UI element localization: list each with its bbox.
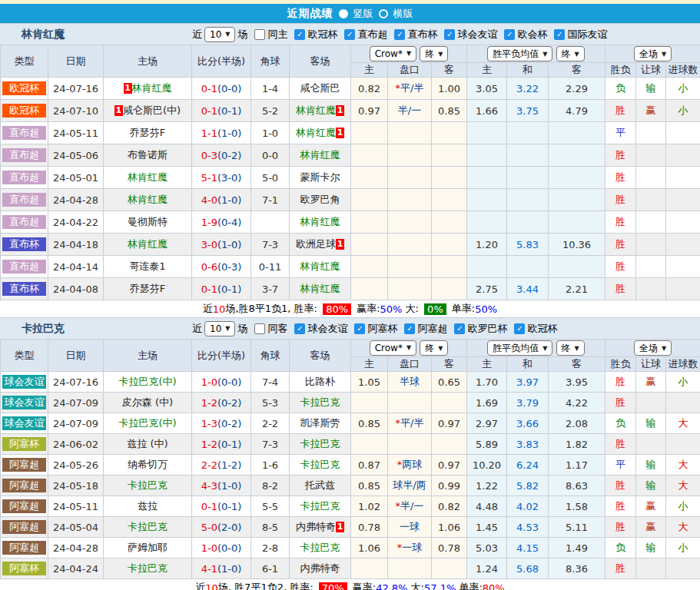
half-time-score: (3-0) [217, 172, 241, 184]
avg-home [467, 211, 507, 234]
handicap-result-cell [636, 278, 666, 300]
avg-draw: 5.68 [507, 559, 549, 579]
result-value: 胜 [615, 562, 625, 574]
half-time-score: (1-0) [217, 194, 241, 206]
summary-text: 50% [475, 303, 497, 315]
away-team-cell: 林肯红魔 [290, 211, 351, 234]
home-team: 纳希切万 [128, 459, 168, 470]
home-team-cell: 布鲁诺斯 [104, 144, 192, 167]
scope-select[interactable]: 全场▼ [634, 340, 672, 356]
odds-home [351, 144, 388, 167]
goals-value: 小 [678, 376, 688, 387]
odds-away: 0.99 [432, 476, 467, 496]
type-cell: 球会友谊 [1, 413, 48, 434]
col-odds-home: 主 [351, 357, 388, 372]
home-team-cell: 卡拉巴克(中) [104, 413, 192, 434]
handicap-result-cell [636, 434, 666, 455]
away-team: 内弗特奇 [296, 521, 336, 532]
away-team: 欧洲足球 [296, 238, 336, 250]
handicap-result-cell [636, 393, 666, 413]
match-row: 球会友谊24-07-09皮尔森 (中)1-2(0-2)5-3卡拉巴克1.693.… [1, 393, 700, 413]
match-row: 阿塞超24-04-28萨姆加耶1-0(0-0)2-8卡拉巴克1.06*一球0.7… [1, 538, 700, 559]
league-label: 阿塞杯 [367, 322, 397, 336]
goals-cell [666, 393, 700, 413]
bookmaker-select[interactable]: Crow*▼ [370, 340, 416, 356]
league-checkbox[interactable] [504, 29, 515, 40]
match-row: 阿塞超24-05-11兹拉0-1(0-1)5-5卡拉巴克1.02*半/一0.82… [1, 496, 700, 517]
away-team: 林肯红魔 [296, 104, 336, 116]
avg-home [467, 122, 507, 144]
recent-count-select[interactable]: 10▼ [204, 321, 235, 336]
odds-state-select[interactable]: 终▼ [420, 340, 448, 356]
corner-score: 1-4 [251, 78, 290, 100]
same-venue-checkbox[interactable] [254, 323, 265, 334]
half-time-score: (0-1) [217, 501, 241, 512]
odds-away: 0.78 [432, 538, 467, 559]
avg-type-select[interactable]: 胜平负均值▼ [487, 340, 552, 356]
vertical-layout-radio[interactable] [339, 9, 348, 18]
section-header-home-team: 林肯红魔 近10▼场同主欧冠杯直布超直布杯球会友谊欧会杯国际友谊 [0, 23, 700, 45]
avg-draw: 3.44 [507, 278, 549, 300]
league-checkbox[interactable] [294, 29, 305, 40]
result-cell: 胜 [605, 434, 636, 455]
avg-state-select[interactable]: 终▼ [556, 46, 585, 61]
avg-home: 4.48 [467, 496, 507, 517]
league-checkbox[interactable] [354, 323, 365, 334]
horizontal-layout-radio[interactable] [379, 9, 388, 18]
result-value: 胜 [615, 479, 625, 491]
handicap-value: 平/半 [400, 417, 423, 429]
odds-state-select[interactable]: 终▼ [420, 46, 448, 61]
handicap-value: 半/一 [400, 500, 423, 512]
avg-state-select[interactable]: 终▼ [556, 340, 585, 356]
full-time-score: 1-1 [201, 128, 217, 139]
score-cell: 4-3(1-0) [192, 476, 251, 496]
league-label: 球会友谊 [307, 322, 347, 336]
match-date: 24-04-24 [48, 559, 104, 579]
league-checkbox[interactable] [404, 323, 415, 334]
league-checkbox[interactable] [294, 323, 305, 334]
goals-cell [666, 256, 700, 278]
match-row: 直布超24-04-14哥连泰10-6(0-3)0-11林肯红魔胜 [1, 256, 700, 278]
odds-group-header: Crow*▼ 终▼ [351, 45, 467, 63]
league-checkbox[interactable] [554, 29, 565, 40]
chevron-down-icon: ▼ [575, 345, 579, 352]
result-cell: 胜 [605, 256, 636, 278]
recent-count-select[interactable]: 10▼ [204, 27, 235, 42]
away-team-cell: 林肯红魔 [290, 144, 351, 167]
col-goals: 进球数 [666, 63, 700, 78]
goals-cell [666, 278, 700, 300]
rate-badge: 80% [323, 303, 351, 315]
corner-score: 8-2 [251, 476, 290, 496]
chevron-down-icon: ▼ [662, 345, 666, 352]
col-avg-home: 主 [467, 357, 507, 372]
full-time-score: 3-0 [201, 239, 217, 250]
full-time-score: 4-0 [201, 194, 217, 206]
league-checkbox[interactable] [444, 29, 455, 40]
avg-draw: 3.83 [507, 434, 549, 455]
goals-value: 大 [678, 417, 688, 429]
type-cell: 阿塞超 [1, 476, 48, 496]
scope-select[interactable]: 全场▼ [634, 46, 672, 61]
avg-type-select[interactable]: 胜平负均值▼ [487, 46, 552, 61]
competition-badge: 阿塞超 [2, 479, 46, 492]
goals-cell [666, 122, 700, 144]
avg-draw: 4.02 [507, 496, 549, 517]
corner-score: 0-11 [251, 256, 290, 278]
goals-cell [666, 189, 700, 211]
match-date: 24-05-01 [48, 167, 104, 189]
vertical-layout-label[interactable]: 竖版 [353, 7, 373, 21]
match-row: 直布超24-05-11乔瑟芬F1-1(1-0)1-0林肯红魔1平 [1, 122, 700, 144]
horizontal-layout-label[interactable]: 横版 [393, 7, 413, 21]
bookmaker-select[interactable]: Crow*▼ [370, 46, 416, 61]
full-time-score: 1-0 [201, 376, 217, 388]
corner-score: 7-4 [251, 372, 290, 393]
odds-away [432, 144, 467, 167]
league-checkbox[interactable] [344, 29, 355, 40]
league-checkbox[interactable] [454, 323, 465, 334]
same-venue-checkbox[interactable] [254, 29, 265, 40]
league-checkbox[interactable] [514, 323, 525, 334]
match-row: 直布超24-04-22曼彻斯特1-9(0-4)林肯红魔胜 [1, 211, 700, 234]
competition-badge: 阿塞超 [2, 541, 46, 555]
league-checkbox[interactable] [394, 29, 405, 40]
home-team-cell: 1林肯红魔 [104, 78, 192, 100]
